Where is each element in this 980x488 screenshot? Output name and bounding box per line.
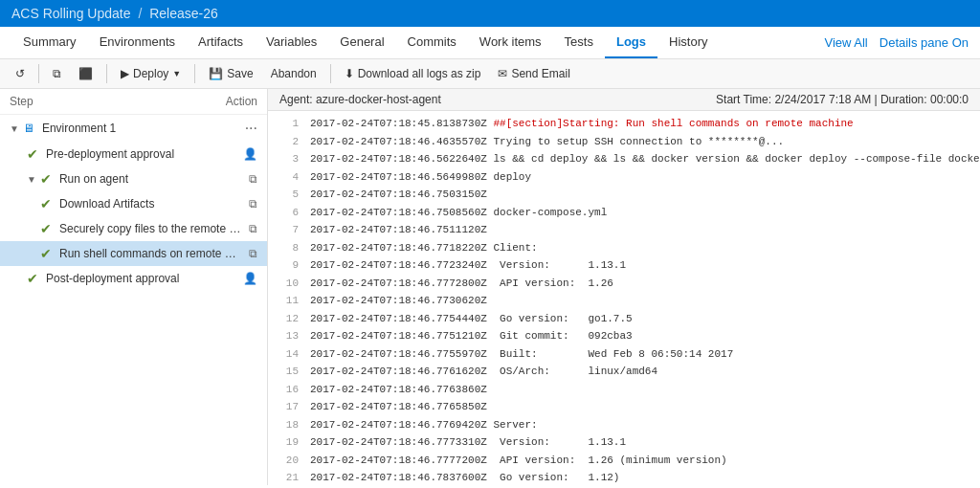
log-line-number: 2 xyxy=(276,134,299,150)
email-icon: ✉ xyxy=(498,67,507,80)
download-logs-button[interactable]: ⬇ Download all logs as zip xyxy=(337,63,489,84)
toolbar-separator-4 xyxy=(330,64,331,83)
log-line: 212017-02-24T07:18:46.7837600Z Go versio… xyxy=(268,469,980,485)
refresh-button[interactable]: ↺ xyxy=(8,63,33,84)
tab-logs[interactable]: Logs xyxy=(605,27,657,58)
log-line-text: 2017-02-24T07:18:46.4635570Z Trying to s… xyxy=(310,134,784,150)
sidebar-item-runonagent[interactable]: ▼ ✔ Run on agent ⧉ xyxy=(0,166,267,191)
tab-commits[interactable]: Commits xyxy=(396,27,468,58)
log-line: 182017-02-24T07:18:46.7769420Z Server: xyxy=(268,416,980,434)
save-button[interactable]: 💾 Save xyxy=(201,63,260,84)
steps-panel: Step Action ▼ 🖥 Environment 1 ··· ✔ Pre-… xyxy=(0,89,268,485)
release-name: Release-26 xyxy=(149,6,218,21)
email-label: Send Email xyxy=(511,67,569,80)
tab-workitems[interactable]: Work items xyxy=(468,27,553,58)
abandon-button[interactable]: Abandon xyxy=(263,63,324,84)
postdeployment-label: Post-deployment approval xyxy=(46,272,239,285)
log-line-text: 2017-02-24T07:18:46.7769420Z Server: xyxy=(310,417,538,433)
person-icon: 👤 xyxy=(243,147,257,161)
predeployment-label: Pre-deployment approval xyxy=(46,147,239,161)
log-line: 52017-02-24T07:18:46.7503150Z xyxy=(268,186,980,204)
runshell-label: Run shell commands on remote mach... xyxy=(59,247,245,260)
tab-variables[interactable]: Variables xyxy=(255,27,328,58)
log-line-number: 4 xyxy=(276,169,299,186)
log-line: 152017-02-24T07:18:46.7761620Z OS/Arch: … xyxy=(268,363,980,381)
save-icon: 💾 xyxy=(209,67,223,80)
sidebar-item-download[interactable]: ✔ Download Artifacts ⧉ xyxy=(0,191,267,216)
log-line-number: 17 xyxy=(276,399,299,415)
main-content: Step Action ▼ 🖥 Environment 1 ··· ✔ Pre-… xyxy=(0,89,980,485)
tab-general[interactable]: General xyxy=(328,27,395,58)
details-pane-link[interactable]: Details pane On xyxy=(880,35,969,50)
sidebar-item-predeployment[interactable]: ✔ Pre-deployment approval 👤 xyxy=(0,142,267,166)
log-agent: Agent: azure-docker-host-agent xyxy=(279,93,441,106)
log-line: 122017-02-24T07:18:46.7754440Z Go versio… xyxy=(268,310,980,328)
download-label-step: Download Artifacts xyxy=(59,197,245,211)
log-line: 42017-02-24T07:18:46.5649980Z deploy xyxy=(268,168,980,187)
tab-history[interactable]: History xyxy=(657,27,719,58)
log-line-text: 2017-02-24T07:18:46.7730620Z xyxy=(310,293,487,309)
page-header: ACS Rolling Update / Release-26 xyxy=(0,0,980,27)
log-line-number: 11 xyxy=(276,293,299,309)
log-line-number: 16 xyxy=(276,382,299,398)
step-col-label: Step xyxy=(10,95,33,108)
runonagent-label: Run on agent xyxy=(59,172,245,186)
log-header: Agent: azure-docker-host-agent Start Tim… xyxy=(268,89,980,111)
log-line-text: 2017-02-24T07:18:46.7763860Z xyxy=(310,382,487,398)
status-ok-icon-3: ✔ xyxy=(40,196,52,211)
page-title: ACS Rolling Update / Release-26 xyxy=(11,6,218,21)
log-line: 192017-02-24T07:18:46.7773310Z Version: … xyxy=(268,433,980,452)
send-email-button[interactable]: ✉ Send Email xyxy=(490,63,577,84)
copy-icon-1: ⧉ xyxy=(53,67,61,80)
chevron-down-icon-2: ▼ xyxy=(27,174,36,185)
log-line-text: 2017-02-24T07:18:46.7511120Z xyxy=(310,222,487,238)
log-line-number: 7 xyxy=(276,222,299,238)
log-line-number: 19 xyxy=(276,434,299,451)
log-line-number: 1 xyxy=(276,116,299,132)
pipeline-name: ACS Rolling Update xyxy=(11,6,131,21)
deploy-button[interactable]: ▶ Deploy ▼ xyxy=(113,63,189,84)
tab-environments[interactable]: Environments xyxy=(88,27,187,58)
log-line-number: 6 xyxy=(276,205,299,221)
download-icon: ⬇ xyxy=(345,67,354,80)
tab-tests[interactable]: Tests xyxy=(553,27,605,58)
deploy-caret: ▼ xyxy=(172,69,181,78)
tab-summary[interactable]: Summary xyxy=(11,27,88,58)
copy-button-1[interactable]: ⧉ xyxy=(45,63,69,84)
sidebar-item-runshell[interactable]: ✔ Run shell commands on remote mach... ⧉ xyxy=(0,241,267,266)
log-line-number: 5 xyxy=(276,187,299,203)
steps-header: Step Action xyxy=(0,89,267,115)
chevron-down-icon: ▼ xyxy=(10,123,19,134)
log-line: 202017-02-24T07:18:46.7777200Z API versi… xyxy=(268,452,980,470)
log-line: 142017-02-24T07:18:46.7755970Z Built: We… xyxy=(268,345,980,364)
nav-right: View All Details pane On xyxy=(824,35,969,50)
log-line: 92017-02-24T07:18:46.7723240Z Version: 1… xyxy=(268,256,980,275)
view-all-link[interactable]: View All xyxy=(824,35,867,50)
sidebar-item-env1[interactable]: ▼ 🖥 Environment 1 ··· xyxy=(0,115,267,142)
log-line: 132017-02-24T07:18:46.7751210Z Git commi… xyxy=(268,327,980,345)
tab-artifacts[interactable]: Artifacts xyxy=(187,27,255,58)
log-line-number: 3 xyxy=(276,151,299,167)
log-line-text: 2017-02-24T07:18:46.7508560Z docker-comp… xyxy=(310,205,607,221)
log-line-text: 2017-02-24T07:18:46.7765850Z xyxy=(310,399,487,415)
log-line: 72017-02-24T07:18:46.7511120Z xyxy=(268,221,980,239)
log-line-text: 2017-02-24T07:18:46.7754440Z Go version:… xyxy=(310,311,633,327)
title-separator: / xyxy=(138,6,145,21)
log-content[interactable]: 12017-02-24T07:18:45.8138730Z ##[section… xyxy=(268,111,980,485)
copy-button-2[interactable]: ⬛ xyxy=(71,63,100,84)
log-line-number: 9 xyxy=(276,257,299,274)
more-options-icon[interactable]: ··· xyxy=(245,120,257,137)
log-line: 102017-02-24T07:18:46.7772800Z API versi… xyxy=(268,275,980,293)
deploy-icon: ▶ xyxy=(121,67,129,80)
copy-icon-6: ⧉ xyxy=(249,247,257,260)
toolbar-separator-1 xyxy=(38,64,39,83)
status-ok-icon-4: ✔ xyxy=(40,221,52,236)
log-line-text: 2017-02-24T07:18:46.7755970Z Built: Wed … xyxy=(310,346,733,363)
download-label: Download all logs as zip xyxy=(358,67,481,80)
log-line: 162017-02-24T07:18:46.7763860Z xyxy=(268,381,980,399)
environment-icon: 🖥 xyxy=(23,122,34,135)
sidebar-item-postdeployment[interactable]: ✔ Post-deployment approval 👤 xyxy=(0,266,267,291)
log-panel: Agent: azure-docker-host-agent Start Tim… xyxy=(268,89,980,485)
action-col-label: Action xyxy=(226,95,257,108)
sidebar-item-securecopy[interactable]: ✔ Securely copy files to the remote mac.… xyxy=(0,216,267,241)
